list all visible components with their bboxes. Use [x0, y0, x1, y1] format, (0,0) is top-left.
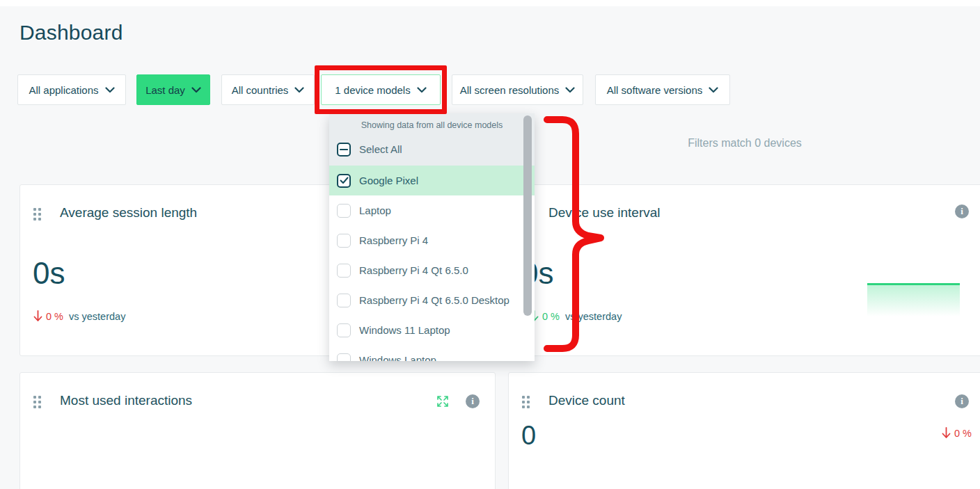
card-title: Most used interactions: [60, 393, 192, 408]
top-strip: [0, 0, 980, 6]
filter-software-versions[interactable]: All software versions: [595, 74, 730, 105]
dropdown-item-google-pixel[interactable]: Google Pixel: [329, 166, 535, 195]
dropdown-item-windows-laptop[interactable]: Windows Laptop: [329, 345, 535, 361]
trend-row: 0 % vs yesterday: [33, 310, 125, 322]
arrow-down-icon: [942, 427, 951, 439]
chevron-down-icon: [105, 87, 115, 93]
dropdown-item-raspberry-pi-4-qt-desktop[interactable]: Raspberry Pi 4 Qt 6.5.0 Desktop: [329, 285, 535, 315]
arrow-down-icon: [33, 310, 42, 322]
dropdown-item-windows-11-laptop[interactable]: Windows 11 Laptop: [329, 315, 535, 345]
trend-percent: 0 %: [542, 311, 560, 322]
info-icon[interactable]: i: [955, 205, 969, 218]
metric-value: 0: [521, 422, 536, 451]
chevron-down-icon: [565, 87, 575, 93]
dropdown-item-label: Raspberry Pi 4 Qt 6.5.0: [359, 264, 468, 276]
card-title: Average session length: [60, 205, 197, 221]
filter-all-countries[interactable]: All countries: [221, 74, 315, 105]
dropdown-header: Showing data from all device models Sele…: [329, 113, 535, 166]
filter-label: All applications: [29, 84, 98, 96]
checkbox-unchecked-icon[interactable]: [337, 264, 351, 278]
device-models-dropdown: Showing data from all device models Sele…: [329, 113, 535, 361]
filter-label: All countries: [232, 84, 289, 96]
checkbox-checked-icon[interactable]: [337, 174, 351, 188]
chevron-down-icon: [709, 87, 718, 93]
dropdown-item-laptop[interactable]: Laptop: [329, 195, 535, 225]
checkbox-unchecked-icon[interactable]: [337, 204, 351, 218]
filter-label: Last day: [145, 84, 185, 96]
filter-screen-resolutions[interactable]: All screen resolutions: [452, 74, 583, 105]
drag-handle-icon[interactable]: [33, 396, 41, 408]
trend-suffix: vs yesterday: [69, 311, 125, 322]
dropdown-item-label: Windows 11 Laptop: [359, 324, 450, 336]
dropdown-caption: Showing data from all device models: [329, 120, 535, 130]
filter-last-day[interactable]: Last day: [136, 74, 210, 105]
sparkline-chart: [867, 283, 960, 316]
trend-percent: 0 %: [954, 428, 972, 439]
info-icon[interactable]: i: [466, 394, 480, 408]
expand-icon[interactable]: [436, 394, 450, 408]
checkbox-unchecked-icon[interactable]: [337, 234, 351, 248]
card-device-count: Device count i 0 0 %: [508, 372, 980, 489]
card-device-use-interval: Device use interval i 0s 0 % vs yesterda…: [508, 184, 980, 356]
dropdown-item-raspberry-pi-4[interactable]: Raspberry Pi 4: [329, 225, 535, 255]
dropdown-item-raspberry-pi-4-qt[interactable]: Raspberry Pi 4 Qt 6.5.0: [329, 255, 535, 285]
filters-match-status: Filters match 0 devices: [661, 137, 828, 150]
dropdown-item-label: Google Pixel: [359, 175, 418, 186]
trend-percent: 0 %: [46, 311, 63, 322]
chevron-down-icon: [294, 87, 304, 93]
page-title: Dashboard: [19, 21, 123, 45]
dropdown-item-label: Windows Laptop: [359, 354, 436, 361]
scrollbar-thumb[interactable]: [523, 115, 532, 316]
card-title: Device count: [548, 393, 625, 408]
trend-row: 0 %: [942, 427, 974, 439]
filter-label: 1 device models: [335, 84, 410, 96]
dropdown-item-label: Raspberry Pi 4 Qt 6.5.0 Desktop: [359, 294, 509, 306]
trend-row: 0 % vs yesterday: [530, 310, 622, 322]
checkbox-unchecked-icon[interactable]: [337, 323, 351, 337]
dropdown-item-select-all[interactable]: Select All: [329, 134, 535, 164]
dropdown-item-label: Select All: [359, 143, 402, 155]
drag-handle-icon[interactable]: [522, 396, 530, 408]
dropdown-item-label: Raspberry Pi 4: [359, 234, 428, 246]
chevron-down-icon: [417, 87, 427, 93]
chevron-down-icon: [191, 87, 201, 93]
checkbox-unchecked-icon[interactable]: [337, 294, 351, 307]
filter-label: All software versions: [607, 84, 703, 96]
checkbox-unchecked-icon[interactable]: [337, 353, 351, 362]
card-title: Device use interval: [548, 205, 661, 221]
info-icon[interactable]: i: [955, 394, 969, 408]
drag-handle-icon[interactable]: [33, 208, 41, 221]
card-most-used-interactions: Most used interactions i: [19, 372, 496, 489]
filter-label: All screen resolutions: [460, 84, 560, 96]
dropdown-item-label: Laptop: [359, 205, 391, 216]
filter-device-models[interactable]: 1 device models: [321, 74, 441, 105]
checkbox-indeterminate-icon[interactable]: [337, 143, 351, 157]
metric-value: 0s: [33, 257, 65, 290]
filter-all-applications[interactable]: All applications: [17, 74, 126, 105]
trend-suffix: vs yesterday: [565, 311, 622, 322]
